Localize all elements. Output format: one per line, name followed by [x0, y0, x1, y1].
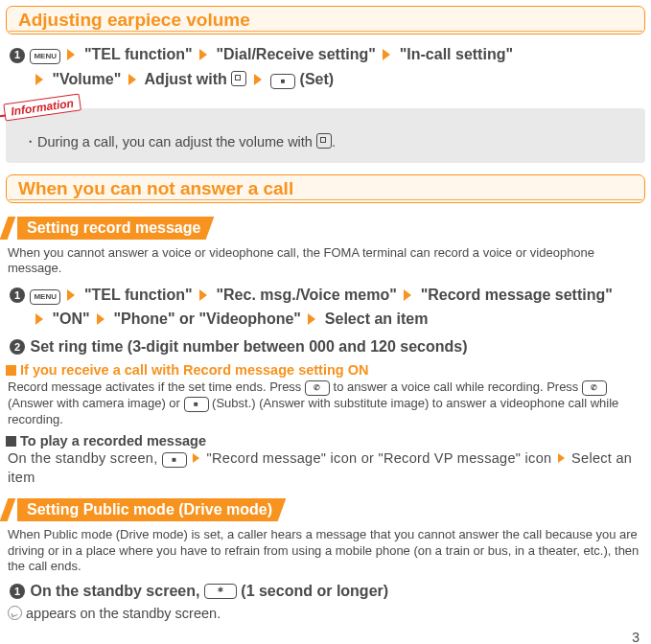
path-item: "TEL function"	[84, 287, 193, 303]
dpad-icon	[316, 133, 332, 149]
play-body: On the standby screen, ■ "Record message…	[8, 449, 643, 487]
arrow-icon	[383, 49, 390, 60]
set-label: (Set)	[295, 71, 334, 87]
call-key-icon: ✆	[305, 380, 330, 396]
incoming-subheader: If you receive a call with Record messag…	[6, 362, 645, 378]
text-part: (Answer with camera image) or	[8, 396, 184, 410]
record-step-1: 1 MENU "TEL function" "Rec. msg./Voice m…	[10, 283, 641, 332]
path-item: "TEL function"	[84, 46, 193, 62]
arrow-icon	[193, 453, 199, 463]
arrow-icon	[35, 74, 43, 85]
arrow-icon	[404, 289, 411, 301]
square-bullet-icon	[6, 436, 16, 447]
call-key-icon: ✆	[582, 380, 607, 396]
information-tag-wrap: Information	[3, 94, 81, 120]
path-item: "Volume"	[52, 71, 121, 87]
path-item: "Record message setting"	[421, 287, 613, 303]
arrow-icon	[199, 49, 207, 60]
step-number-1: 1	[10, 584, 25, 599]
arrow-icon	[254, 74, 262, 85]
play-subheader: To play a recorded message	[6, 433, 645, 448]
arrow-icon	[308, 313, 315, 325]
section-header-cannot-answer: When you can not answer a call	[6, 174, 645, 203]
step-number-1: 1	[10, 48, 25, 63]
one-second-label: (1 second or longer)	[241, 583, 388, 599]
step-number-2: 2	[10, 339, 25, 355]
page-number: 3	[6, 630, 645, 644]
information-tag: Information	[3, 94, 81, 122]
menu-key-icon: MENU	[30, 289, 60, 305]
arrow-icon	[97, 313, 105, 325]
arrow-icon	[199, 289, 207, 301]
text-part: "Record message" icon or "Record VP mess…	[207, 450, 552, 466]
text-part: Record message activates if the set time…	[8, 380, 305, 394]
arrow-icon	[67, 289, 75, 301]
set-key-icon: ■	[270, 74, 295, 89]
text-part: to answer a voice call while recording. …	[330, 380, 582, 394]
section-header-earpiece: Adjusting earpiece volume	[6, 6, 645, 34]
square-key-icon: ■	[162, 452, 187, 468]
path-item: Select an item	[325, 310, 429, 327]
square-key-icon: ■	[184, 397, 209, 412]
dpad-icon	[231, 71, 246, 86]
arrow-icon	[35, 313, 43, 325]
record-step-2: 2 Set ring time (3-digit number between …	[10, 335, 641, 358]
path-item: "ON"	[52, 310, 89, 327]
step-prefix: On the standby screen,	[30, 583, 203, 599]
arrow-icon	[67, 49, 75, 60]
arrow-icon	[128, 74, 136, 85]
public-mode-step-1: 1 On the standby screen, ＊ (1 second or …	[10, 580, 641, 603]
information-note: Information ・During a call, you can adju…	[6, 108, 645, 163]
play-subheader-text: To play a recorded message	[20, 433, 206, 448]
arrow-icon	[558, 453, 565, 463]
square-bullet-icon	[6, 365, 16, 376]
step-number-1: 1	[10, 288, 25, 303]
car-indicator-icon	[8, 606, 22, 620]
path-item: "Dial/Receive setting"	[216, 46, 375, 62]
info-text-end: .	[332, 134, 336, 150]
text-part: On the standby screen,	[8, 450, 162, 466]
star-key-icon: ＊	[204, 584, 237, 599]
record-intro-text: When you cannot answer a voice or videop…	[8, 245, 643, 277]
incoming-subheader-text: If you receive a call with Record messag…	[20, 362, 368, 378]
info-text: ・During a call, you can adjust the volum…	[23, 134, 316, 150]
subsection-public-mode: Setting Public mode (Drive mode)	[17, 498, 286, 521]
menu-key-icon: MENU	[30, 49, 60, 64]
path-item: Adjust with	[145, 71, 232, 87]
public-mode-intro: When Public mode (Drive mode) is set, a …	[8, 527, 643, 574]
appears-text: appears on the standby screen.	[22, 606, 221, 621]
step-2-text: Set ring time (3-digit number between 00…	[30, 338, 467, 355]
path-item: "In-call setting"	[400, 46, 513, 62]
subsection-record-message: Setting record message	[17, 217, 214, 240]
earpiece-step-1: 1 MENU "TEL function" "Dial/Receive sett…	[10, 42, 641, 91]
incoming-body: Record message activates if the set time…	[8, 380, 643, 427]
path-item: "Phone" or "Videophone"	[114, 310, 301, 327]
public-mode-appears: appears on the standby screen.	[8, 605, 643, 624]
path-item: "Rec. msg./Voice memo"	[216, 287, 396, 303]
